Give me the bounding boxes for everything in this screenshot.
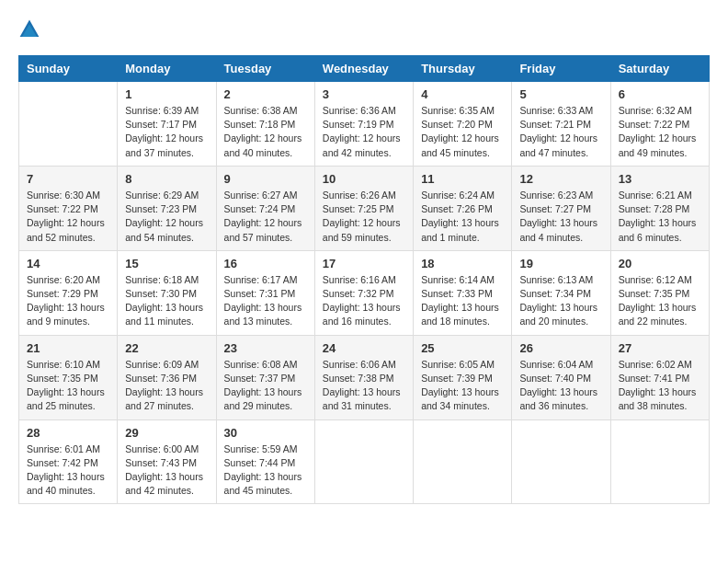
day-info: Sunrise: 6:12 AMSunset: 7:35 PMDaylight:… [619, 273, 701, 329]
calendar-cell: 14Sunrise: 6:20 AMSunset: 7:29 PMDayligh… [19, 250, 118, 335]
day-info: Sunrise: 6:20 AMSunset: 7:29 PMDaylight:… [27, 273, 109, 329]
week-row-5: 28Sunrise: 6:01 AMSunset: 7:42 PMDayligh… [19, 419, 710, 504]
weekday-header-tuesday: Tuesday [216, 56, 314, 82]
calendar-cell: 13Sunrise: 6:21 AMSunset: 7:28 PMDayligh… [610, 166, 709, 250]
day-info: Sunrise: 6:36 AMSunset: 7:19 PMDaylight:… [323, 104, 405, 160]
day-info: Sunrise: 6:06 AMSunset: 7:38 PMDaylight:… [323, 358, 405, 414]
day-info: Sunrise: 6:39 AMSunset: 7:17 PMDaylight:… [125, 104, 208, 160]
day-number: 5 [519, 87, 602, 101]
day-number: 26 [519, 341, 602, 355]
day-number: 2 [224, 87, 307, 101]
day-number: 9 [224, 172, 307, 186]
calendar-cell: 10Sunrise: 6:26 AMSunset: 7:25 PMDayligh… [314, 166, 413, 250]
day-number: 6 [619, 87, 701, 101]
day-info: Sunrise: 6:29 AMSunset: 7:23 PMDaylight:… [125, 189, 208, 245]
day-info: Sunrise: 6:38 AMSunset: 7:18 PMDaylight:… [224, 104, 307, 160]
calendar-cell: 16Sunrise: 6:17 AMSunset: 7:31 PMDayligh… [216, 250, 314, 335]
day-number: 8 [125, 172, 208, 186]
day-info: Sunrise: 6:23 AMSunset: 7:27 PMDaylight:… [519, 189, 602, 245]
day-info: Sunrise: 6:13 AMSunset: 7:34 PMDaylight:… [519, 273, 602, 329]
calendar-cell: 26Sunrise: 6:04 AMSunset: 7:40 PMDayligh… [512, 335, 610, 419]
day-number: 18 [421, 257, 504, 270]
day-number: 11 [421, 172, 504, 186]
calendar-cell: 21Sunrise: 6:10 AMSunset: 7:35 PMDayligh… [19, 335, 118, 419]
calendar-cell [512, 419, 610, 504]
day-number: 29 [125, 426, 208, 440]
calendar-cell: 22Sunrise: 6:09 AMSunset: 7:36 PMDayligh… [118, 335, 216, 419]
calendar-cell: 17Sunrise: 6:16 AMSunset: 7:32 PMDayligh… [314, 250, 413, 335]
day-info: Sunrise: 5:59 AMSunset: 7:44 PMDaylight:… [224, 442, 307, 499]
calendar-cell: 8Sunrise: 6:29 AMSunset: 7:23 PMDaylight… [118, 166, 216, 250]
day-number: 10 [323, 172, 405, 186]
calendar-cell: 2Sunrise: 6:38 AMSunset: 7:18 PMDaylight… [216, 82, 314, 167]
day-info: Sunrise: 6:10 AMSunset: 7:35 PMDaylight:… [27, 358, 109, 414]
logo-icon [18, 18, 40, 40]
week-row-4: 21Sunrise: 6:10 AMSunset: 7:35 PMDayligh… [19, 335, 710, 419]
day-number: 12 [519, 172, 602, 186]
day-info: Sunrise: 6:30 AMSunset: 7:22 PMDaylight:… [27, 189, 109, 245]
calendar-cell: 5Sunrise: 6:33 AMSunset: 7:21 PMDaylight… [512, 82, 610, 167]
weekday-header-sunday: Sunday [19, 56, 118, 82]
week-row-3: 14Sunrise: 6:20 AMSunset: 7:29 PMDayligh… [19, 250, 710, 335]
day-info: Sunrise: 6:18 AMSunset: 7:30 PMDaylight:… [125, 273, 208, 329]
calendar-cell: 19Sunrise: 6:13 AMSunset: 7:34 PMDayligh… [512, 250, 610, 335]
day-number: 16 [224, 257, 307, 270]
day-info: Sunrise: 6:16 AMSunset: 7:32 PMDaylight:… [323, 273, 405, 329]
day-info: Sunrise: 6:00 AMSunset: 7:43 PMDaylight:… [125, 442, 208, 499]
day-number: 24 [323, 341, 405, 355]
weekday-header-row: SundayMondayTuesdayWednesdayThursdayFrid… [19, 56, 710, 82]
day-info: Sunrise: 6:09 AMSunset: 7:36 PMDaylight:… [125, 358, 208, 414]
calendar-cell: 15Sunrise: 6:18 AMSunset: 7:30 PMDayligh… [118, 250, 216, 335]
calendar-cell: 12Sunrise: 6:23 AMSunset: 7:27 PMDayligh… [512, 166, 610, 250]
day-info: Sunrise: 6:02 AMSunset: 7:41 PMDaylight:… [619, 358, 701, 414]
day-number: 21 [27, 341, 109, 355]
day-number: 1 [125, 87, 208, 101]
calendar-cell: 7Sunrise: 6:30 AMSunset: 7:22 PMDaylight… [19, 166, 118, 250]
calendar-cell: 20Sunrise: 6:12 AMSunset: 7:35 PMDayligh… [610, 250, 709, 335]
calendar-cell: 23Sunrise: 6:08 AMSunset: 7:37 PMDayligh… [216, 335, 314, 419]
day-number: 14 [27, 257, 109, 270]
day-info: Sunrise: 6:17 AMSunset: 7:31 PMDaylight:… [224, 273, 307, 329]
day-number: 30 [224, 426, 307, 440]
day-number: 13 [619, 172, 701, 186]
day-number: 3 [323, 87, 405, 101]
calendar-cell: 28Sunrise: 6:01 AMSunset: 7:42 PMDayligh… [19, 419, 118, 504]
day-number: 27 [619, 341, 701, 355]
weekday-header-wednesday: Wednesday [314, 56, 413, 82]
calendar-cell: 4Sunrise: 6:35 AMSunset: 7:20 PMDaylight… [414, 82, 512, 167]
day-number: 22 [125, 341, 208, 355]
calendar-cell: 1Sunrise: 6:39 AMSunset: 7:17 PMDaylight… [118, 82, 216, 167]
day-info: Sunrise: 6:32 AMSunset: 7:22 PMDaylight:… [619, 104, 701, 160]
day-number: 19 [519, 257, 602, 270]
day-info: Sunrise: 6:08 AMSunset: 7:37 PMDaylight:… [224, 358, 307, 414]
weekday-header-thursday: Thursday [414, 56, 512, 82]
calendar-cell [314, 419, 413, 504]
day-info: Sunrise: 6:26 AMSunset: 7:25 PMDaylight:… [323, 189, 405, 245]
day-number: 28 [27, 426, 109, 440]
day-info: Sunrise: 6:01 AMSunset: 7:42 PMDaylight:… [27, 442, 109, 499]
weekday-header-friday: Friday [512, 56, 610, 82]
day-info: Sunrise: 6:24 AMSunset: 7:26 PMDaylight:… [421, 189, 504, 245]
calendar-cell: 29Sunrise: 6:00 AMSunset: 7:43 PMDayligh… [118, 419, 216, 504]
calendar-cell: 30Sunrise: 5:59 AMSunset: 7:44 PMDayligh… [216, 419, 314, 504]
weekday-header-monday: Monday [118, 56, 216, 82]
calendar-cell: 6Sunrise: 6:32 AMSunset: 7:22 PMDaylight… [610, 82, 709, 167]
day-number: 20 [619, 257, 701, 270]
calendar-cell [610, 419, 709, 504]
day-number: 23 [224, 341, 307, 355]
logo [18, 18, 44, 40]
calendar-cell: 24Sunrise: 6:06 AMSunset: 7:38 PMDayligh… [314, 335, 413, 419]
day-info: Sunrise: 6:27 AMSunset: 7:24 PMDaylight:… [224, 189, 307, 245]
day-info: Sunrise: 6:14 AMSunset: 7:33 PMDaylight:… [421, 273, 504, 329]
calendar-cell: 11Sunrise: 6:24 AMSunset: 7:26 PMDayligh… [414, 166, 512, 250]
weekday-header-saturday: Saturday [610, 56, 709, 82]
calendar-cell: 18Sunrise: 6:14 AMSunset: 7:33 PMDayligh… [414, 250, 512, 335]
calendar-cell: 27Sunrise: 6:02 AMSunset: 7:41 PMDayligh… [610, 335, 709, 419]
calendar-cell [19, 82, 118, 167]
calendar-cell [414, 419, 512, 504]
day-number: 7 [27, 172, 109, 186]
day-number: 4 [421, 87, 504, 101]
calendar: SundayMondayTuesdayWednesdayThursdayFrid… [18, 55, 710, 504]
day-info: Sunrise: 6:05 AMSunset: 7:39 PMDaylight:… [421, 358, 504, 414]
day-info: Sunrise: 6:04 AMSunset: 7:40 PMDaylight:… [519, 358, 602, 414]
